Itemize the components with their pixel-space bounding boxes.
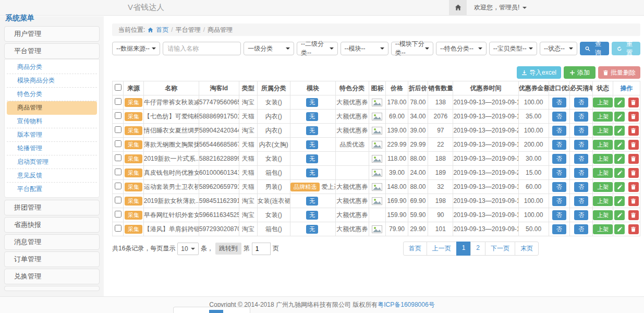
sidebar-item[interactable]: 宣传物料 bbox=[7, 115, 97, 128]
row-checkbox[interactable] bbox=[115, 126, 121, 133]
delete-button[interactable] bbox=[628, 98, 639, 107]
edit-button[interactable] bbox=[614, 196, 625, 206]
import-select-badge[interactable]: 否 bbox=[552, 224, 566, 234]
import-select-badge[interactable]: 否 bbox=[552, 126, 566, 136]
page-button[interactable]: 首页 bbox=[403, 242, 427, 256]
sidebar-item[interactable]: 商品分类 bbox=[7, 61, 97, 74]
import-select-badge[interactable]: 否 bbox=[552, 112, 566, 122]
status-badge[interactable]: 上架 bbox=[593, 112, 613, 122]
delete-button[interactable] bbox=[628, 210, 639, 220]
must-buy-badge[interactable]: 否 bbox=[574, 140, 588, 150]
status-badge[interactable]: 上架 bbox=[593, 182, 613, 192]
must-buy-badge[interactable]: 否 bbox=[574, 182, 588, 192]
filter-input-name[interactable] bbox=[163, 42, 241, 55]
sidebar-item[interactable]: 特色分类 bbox=[7, 88, 97, 101]
edit-button[interactable] bbox=[614, 126, 625, 136]
sidebar-item[interactable]: 意见反馈 bbox=[7, 169, 97, 183]
delete-button[interactable] bbox=[628, 140, 639, 150]
select-all-checkbox[interactable] bbox=[115, 84, 121, 91]
page-button[interactable]: 末页 bbox=[515, 242, 539, 256]
filter-select-status[interactable]: --状态-- bbox=[540, 42, 577, 55]
sidebar-group[interactable]: 消息管理 bbox=[4, 234, 100, 250]
edit-button[interactable] bbox=[614, 154, 625, 164]
import-select-badge[interactable]: 否 bbox=[552, 154, 566, 164]
per-page-select[interactable]: 10 bbox=[177, 243, 198, 255]
edit-button[interactable] bbox=[614, 182, 625, 192]
delete-button[interactable] bbox=[628, 224, 639, 234]
sidebar-item[interactable]: 轮播管理 bbox=[7, 142, 97, 155]
sidebar-group-platform-management[interactable]: 平台管理 bbox=[4, 43, 100, 59]
filter-select-feature-category[interactable]: --特色分类-- bbox=[436, 42, 487, 55]
status-badge[interactable]: 上架 bbox=[593, 126, 613, 136]
filter-select-item-type[interactable]: --宝贝类型-- bbox=[489, 42, 537, 55]
sidebar-item[interactable]: 版本管理 bbox=[7, 128, 97, 142]
row-checkbox[interactable] bbox=[115, 98, 121, 105]
filter-select-module-sub-category[interactable]: --模块下分类-- bbox=[391, 42, 433, 55]
must-buy-badge[interactable]: 否 bbox=[574, 126, 588, 136]
icp-link[interactable]: 粤ICP备16098006号 bbox=[378, 300, 434, 309]
must-buy-badge[interactable]: 否 bbox=[574, 154, 588, 164]
must-buy-badge[interactable]: 否 bbox=[574, 168, 588, 178]
page-button[interactable]: 2 bbox=[470, 242, 485, 256]
row-checkbox[interactable] bbox=[115, 211, 121, 218]
import-select-badge[interactable]: 否 bbox=[552, 182, 566, 192]
must-buy-badge[interactable]: 否 bbox=[574, 210, 588, 220]
must-buy-badge[interactable]: 否 bbox=[574, 196, 588, 206]
page-button[interactable]: 1 bbox=[456, 242, 471, 256]
sidebar-group[interactable]: 拼团管理 bbox=[4, 200, 100, 215]
delete-button[interactable] bbox=[628, 126, 639, 136]
add-button[interactable]: 添加 bbox=[564, 66, 596, 79]
batch-delete-button[interactable]: 批量删除 bbox=[598, 66, 640, 79]
delete-button[interactable] bbox=[628, 112, 639, 122]
delete-button[interactable] bbox=[628, 182, 639, 192]
user-menu[interactable]: 欢迎您，管理员! bbox=[467, 0, 644, 15]
row-checkbox[interactable] bbox=[115, 112, 121, 119]
import-select-badge[interactable]: 否 bbox=[552, 210, 566, 220]
breadcrumb-home-link[interactable]: 首页 bbox=[156, 26, 168, 34]
status-badge[interactable]: 上架 bbox=[593, 196, 613, 206]
filter-select-module[interactable]: --模块-- bbox=[341, 42, 388, 55]
sidebar-group[interactable]: 兑换管理 bbox=[4, 269, 100, 284]
edit-button[interactable] bbox=[614, 140, 625, 150]
jump-button[interactable]: 跳转到 bbox=[215, 243, 241, 255]
sidebar-item[interactable]: 平台配置 bbox=[7, 183, 97, 196]
status-badge[interactable]: 上架 bbox=[593, 98, 613, 107]
delete-button[interactable] bbox=[628, 154, 639, 164]
status-badge[interactable]: 上架 bbox=[593, 168, 613, 178]
sidebar-item[interactable]: 模块商品分类 bbox=[7, 74, 97, 88]
row-checkbox[interactable] bbox=[115, 225, 121, 232]
status-badge[interactable]: 上架 bbox=[593, 210, 613, 220]
row-checkbox[interactable] bbox=[115, 183, 121, 189]
import-select-badge[interactable]: 否 bbox=[552, 98, 566, 107]
sidebar-item[interactable]: 启动页管理 bbox=[7, 155, 97, 169]
row-checkbox[interactable] bbox=[115, 197, 121, 203]
must-buy-badge[interactable]: 否 bbox=[574, 112, 588, 122]
page-number-input[interactable] bbox=[252, 243, 271, 255]
edit-button[interactable] bbox=[614, 210, 625, 220]
sidebar-group-partial[interactable] bbox=[4, 286, 100, 291]
sidebar-group[interactable]: 省惠快报 bbox=[4, 217, 100, 233]
home-button[interactable] bbox=[449, 0, 467, 15]
delete-button[interactable] bbox=[628, 168, 639, 178]
filter-select-level2-category[interactable]: --二级分类-- bbox=[297, 42, 338, 55]
filter-select-level1-category[interactable]: 一级分类 bbox=[244, 42, 294, 55]
page-button[interactable]: 下一页 bbox=[485, 242, 515, 256]
import-excel-button[interactable]: 导入excel bbox=[517, 66, 561, 79]
row-checkbox[interactable] bbox=[115, 140, 121, 147]
edit-button[interactable] bbox=[614, 98, 625, 107]
row-checkbox[interactable] bbox=[115, 154, 121, 161]
edit-button[interactable] bbox=[614, 112, 625, 122]
sidebar-group-user-management[interactable]: 用户管理 bbox=[4, 26, 100, 42]
delete-button[interactable] bbox=[628, 196, 639, 206]
import-select-badge[interactable]: 否 bbox=[552, 168, 566, 178]
must-buy-badge[interactable]: 否 bbox=[574, 224, 588, 234]
reset-button[interactable]: 重置 bbox=[612, 42, 640, 55]
status-badge[interactable]: 上架 bbox=[593, 154, 613, 164]
search-button[interactable]: 查询 bbox=[580, 42, 609, 55]
status-badge[interactable]: 上架 bbox=[593, 224, 613, 234]
page-button[interactable]: 上一页 bbox=[427, 242, 457, 256]
import-select-badge[interactable]: 否 bbox=[552, 140, 566, 150]
must-buy-badge[interactable]: 否 bbox=[574, 98, 588, 107]
status-badge[interactable]: 上架 bbox=[593, 140, 613, 150]
sidebar-group[interactable]: 订单管理 bbox=[4, 251, 100, 267]
